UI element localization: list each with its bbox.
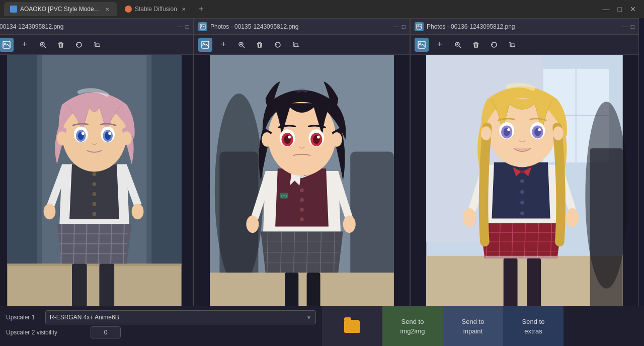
upscaler2-value[interactable]: 0 — [91, 326, 121, 338]
panel3-title: Photos - 00136-1243095812.png — [427, 23, 515, 30]
upscaler1-arrow-icon: ▼ — [306, 315, 311, 320]
panel3-toolbar: + — [411, 35, 638, 55]
tab1-favicon — [10, 6, 17, 13]
panel1-rotate-btn[interactable] — [72, 38, 86, 52]
svg-point-27 — [93, 192, 97, 196]
svg-point-137 — [481, 126, 491, 140]
panel3-minimize[interactable]: — — [622, 23, 628, 30]
panel2-character-svg — [194, 55, 410, 323]
panel3-image-area — [411, 55, 638, 314]
bottom-bar: Upscaler 1 R-ESRGAN 4x+ Anime6B ▼ Upscal… — [0, 306, 644, 346]
img2img-line1: Send to — [401, 318, 424, 325]
panel1-add-btn[interactable]: + — [18, 38, 32, 52]
svg-point-87 — [288, 136, 291, 139]
svg-point-25 — [93, 172, 97, 176]
panel1-maximize[interactable]: □ — [186, 23, 189, 30]
panel1-delete-btn[interactable] — [54, 38, 68, 52]
svg-point-89 — [262, 132, 272, 147]
extras-line1: Send to — [522, 318, 545, 325]
inpaint-line1: Send to — [462, 318, 485, 325]
tab2-close[interactable]: ✕ — [180, 6, 187, 13]
svg-point-123 — [520, 211, 524, 215]
svg-line-3 — [44, 46, 46, 48]
bottom-right-buttons: Send to img2img Send to inpaint Send to … — [322, 306, 564, 346]
panel2-title-icon — [198, 22, 207, 31]
panel2-add-btn[interactable]: + — [216, 38, 230, 52]
panel3-crop-btn[interactable] — [505, 38, 519, 52]
tab1-label: AOAOKO [PVC Style Model] - PV... — [20, 6, 101, 13]
panel1-character-svg — [0, 55, 193, 323]
close-button[interactable]: ✕ — [630, 5, 636, 13]
panel2-win-controls: — □ — [393, 23, 406, 30]
svg-point-108 — [585, 102, 627, 289]
tab1-close[interactable]: ✕ — [104, 6, 111, 13]
inpaint-line2: inpaint — [463, 327, 482, 335]
panel3-image-icon[interactable] — [415, 38, 429, 52]
new-tab-button[interactable]: + — [195, 3, 207, 15]
panel2-toolbar: + — [194, 35, 410, 55]
panel3-win-controls: — □ — [622, 23, 634, 30]
panel3-delete-btn[interactable] — [469, 38, 483, 52]
folder-button[interactable] — [322, 306, 382, 346]
photos-container: 00134-1243095812.png — □ + — [0, 18, 644, 324]
panel1-minimize[interactable]: — — [177, 23, 183, 30]
send-to-img2img-button[interactable]: Send to img2img — [382, 306, 443, 346]
panel1-win-controls: — □ — [177, 23, 189, 30]
svg-point-90 — [332, 132, 342, 147]
svg-point-41 — [82, 132, 85, 135]
minimize-button[interactable]: — — [603, 5, 610, 13]
svg-point-42 — [108, 132, 111, 135]
tab-aoaoko[interactable]: AOAOKO [PVC Style Model] - PV... ✕ — [4, 2, 117, 16]
svg-line-96 — [459, 46, 461, 48]
panel2-rotate-btn[interactable] — [271, 38, 285, 52]
browser-chrome: AOAOKO [PVC Style Model] - PV... ✕ Stabl… — [0, 0, 644, 18]
maximize-button[interactable]: □ — [618, 5, 622, 13]
svg-point-71 — [300, 189, 304, 193]
upscaler1-select[interactable]: R-ESRGAN 4x+ Anime6B ▼ — [45, 310, 316, 324]
photo-panel-2: Photos - 00135-1243095812.png — □ + — [194, 18, 410, 324]
panel3-character-svg — [411, 55, 638, 314]
svg-point-32 — [132, 204, 144, 220]
panel2-image-icon[interactable] — [198, 38, 212, 52]
tab-stable-diffusion[interactable]: Stable Diffusion ✕ — [119, 2, 193, 16]
panel3-rotate-btn[interactable] — [487, 38, 501, 52]
svg-point-122 — [520, 201, 524, 204]
panel2-minimize[interactable]: — — [393, 23, 399, 30]
svg-point-138 — [553, 126, 563, 140]
svg-point-26 — [93, 182, 97, 186]
svg-point-135 — [507, 128, 510, 131]
panel2-maximize[interactable]: □ — [402, 23, 406, 30]
upscaler2-visibility-label: Upscaler 2 visibility — [6, 329, 87, 336]
panel1-image-icon[interactable] — [0, 38, 14, 52]
svg-point-29 — [93, 212, 97, 216]
panel1-titlebar: 00134-1243095812.png — □ — [0, 19, 193, 35]
panel1-title: 00134-1243095812.png — [0, 23, 63, 30]
svg-line-50 — [243, 46, 245, 48]
photo-panel-1: 00134-1243095812.png — □ + — [0, 18, 194, 324]
svg-point-88 — [317, 136, 320, 139]
panel2-zoom-btn[interactable] — [234, 38, 249, 52]
panel3-add-btn[interactable]: + — [433, 38, 447, 52]
upscaler1-value: R-ESRGAN 4x+ Anime6B — [50, 314, 119, 321]
panel1-zoom-btn[interactable] — [36, 38, 50, 52]
svg-point-121 — [520, 190, 524, 194]
svg-point-28 — [93, 202, 97, 206]
svg-rect-124 — [520, 171, 524, 173]
panel3-zoom-btn[interactable] — [451, 38, 465, 52]
panel2-image-area — [194, 55, 410, 323]
upscaler1-row: Upscaler 1 R-ESRGAN 4x+ Anime6B ▼ — [6, 310, 316, 324]
bottom-left-controls: Upscaler 1 R-ESRGAN 4x+ Anime6B ▼ Upscal… — [0, 306, 322, 346]
send-to-inpaint-button[interactable]: Send to inpaint — [443, 306, 503, 346]
upscaler1-label: Upscaler 1 — [6, 314, 41, 321]
svg-point-77 — [246, 215, 259, 233]
panel1-crop-btn[interactable] — [90, 38, 104, 52]
panel2-crop-btn[interactable] — [289, 38, 303, 52]
folder-icon — [344, 320, 360, 333]
svg-point-44 — [122, 131, 132, 145]
panel3-maximize[interactable]: □ — [631, 23, 634, 30]
panel2-title: Photos - 00135-1243095812.png — [210, 23, 298, 30]
send-to-extras-button[interactable]: Send to extras — [503, 306, 564, 346]
panel1-toolbar: + — [0, 35, 193, 55]
svg-point-136 — [538, 128, 541, 131]
panel2-delete-btn[interactable] — [253, 38, 267, 52]
